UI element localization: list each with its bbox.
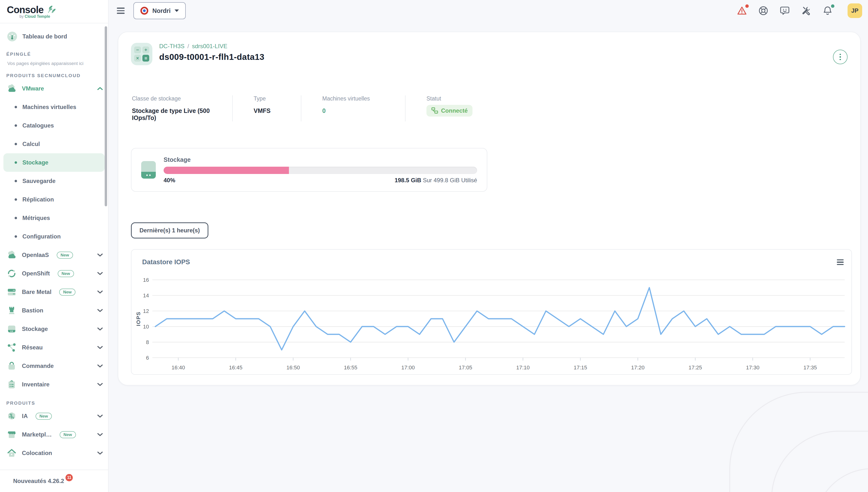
vm-count-label: Machines virtuelles xyxy=(322,95,393,102)
sidebar-item-inventaire[interactable]: Inventaire xyxy=(0,375,108,394)
sidebar-scrollbar[interactable] xyxy=(105,26,107,206)
storage-class-label: Classe de stockage xyxy=(132,95,220,102)
type-label: Type xyxy=(254,95,289,102)
storage-percent: 40% xyxy=(164,177,175,184)
sidebar-item-dashboard[interactable]: Tableau de bord xyxy=(4,28,104,45)
type-value: VMFS xyxy=(254,107,289,114)
svg-text:17:15: 17:15 xyxy=(574,365,587,371)
chevron-down-icon xyxy=(97,451,103,455)
section-header-produits: PRODUITS xyxy=(6,400,108,406)
sidebar-item-commande[interactable]: Commande xyxy=(0,357,108,375)
tenant-label: Nordri xyxy=(152,7,171,14)
chevron-down-icon xyxy=(97,327,103,331)
storage-progress-fill xyxy=(164,167,289,174)
chevron-down-icon xyxy=(97,290,103,294)
section-header-pinned: ÉPINGLÉ xyxy=(6,52,108,57)
breadcrumb-parent[interactable]: DC-TH3S xyxy=(159,43,185,50)
gauge-icon xyxy=(7,31,18,42)
sidebar-nav: Tableau de bord ÉPINGLÉ Vos pages épingl… xyxy=(0,23,108,470)
time-range-button[interactable]: Dernière(s) 1 heure(s) xyxy=(131,222,208,239)
whats-new-button[interactable]: Nouveautés 4.26.2 11 xyxy=(0,470,108,492)
avatar[interactable]: JP xyxy=(848,3,862,18)
sidebar-item-calcul[interactable]: Calcul xyxy=(3,135,105,153)
sidebar-item-label: Catalogues xyxy=(22,122,54,129)
status-badge: Connecté xyxy=(427,105,473,117)
iops-chart-card: Datastore IOPS 681012141616:4016:4516:50… xyxy=(131,249,852,375)
bullet-icon xyxy=(15,161,17,164)
sidebar-item-bastion[interactable]: Bastion xyxy=(0,301,108,320)
storage-used-text: 198.5 GiB Sur 499.8 GiB Utilisé xyxy=(394,177,477,184)
sidebar-item-label: Stockage xyxy=(22,325,48,333)
status-label: Statut xyxy=(427,95,473,102)
tools-icon[interactable] xyxy=(801,5,812,16)
shopping-bag-icon xyxy=(6,361,17,371)
bullet-icon xyxy=(15,143,17,145)
tenant-selector[interactable]: Nordri xyxy=(134,2,186,19)
sidebar-item-catalogues[interactable]: Catalogues xyxy=(3,116,105,135)
svg-text:6: 6 xyxy=(146,355,149,361)
chevron-down-icon xyxy=(97,433,103,436)
svg-text:10: 10 xyxy=(143,324,149,330)
svg-text:16:40: 16:40 xyxy=(172,365,185,371)
dragonfly-icon xyxy=(46,4,56,15)
breadcrumb: DC-TH3S / sdrs001-LIVE xyxy=(159,43,264,50)
bullet-icon xyxy=(15,124,17,127)
sync-arrows-icon xyxy=(6,268,17,279)
sidebar-item-label: OpenIaaS xyxy=(22,252,49,259)
chart-menu-icon[interactable] xyxy=(837,260,844,265)
sidebar-item-label: IA xyxy=(22,413,28,419)
sidebar-item-bare-metal[interactable]: Bare Metal New xyxy=(0,283,108,301)
cocarde-icon xyxy=(140,6,148,15)
sidebar-item-marketplace[interactable]: Marketpl… New xyxy=(0,425,108,444)
feedback-icon[interactable] xyxy=(779,5,790,16)
new-badge: New xyxy=(59,289,75,296)
sidebar-item-sauvegarde[interactable]: Sauvegarde xyxy=(3,172,105,190)
sidebar-item-label: Marketpl… xyxy=(22,431,52,438)
sidebar-item-reseau[interactable]: Réseau xyxy=(0,338,108,357)
sidebar-item-colocation[interactable]: Colocation xyxy=(0,444,108,462)
sidebar-item-label: Réseau xyxy=(22,344,43,351)
sidebar-item-label: Métriques xyxy=(22,215,50,221)
svg-text:17:00: 17:00 xyxy=(402,365,415,371)
vm-count-value: 0 xyxy=(322,107,393,114)
sidebar-item-ia[interactable]: IA New xyxy=(0,407,108,425)
support-icon[interactable] xyxy=(758,5,769,16)
sidebar-item-stockage-produit[interactable]: Stockage xyxy=(0,320,108,338)
sidebar-item-openiaas[interactable]: OpenIaaS New xyxy=(0,246,108,264)
page-title: ds009-t0001-r-flh1-data13 xyxy=(159,52,264,62)
sidebar-item-metriques[interactable]: Métriques xyxy=(3,209,105,227)
svg-text:17:30: 17:30 xyxy=(746,365,760,371)
menu-icon[interactable] xyxy=(117,7,125,14)
alert-dot-badge xyxy=(745,4,749,8)
sidebar-item-machines-virtuelles[interactable]: Machines virtuelles xyxy=(3,98,105,116)
rook-icon xyxy=(6,305,17,316)
datastore-detail-card: − + × ≡ DC-TH3S / sdrs001-LIVE ds009-t00… xyxy=(118,32,861,386)
chart-title: Datastore IOPS xyxy=(142,259,190,266)
sidebar-item-replication[interactable]: Réplication xyxy=(3,190,105,209)
sidebar-item-openshift[interactable]: OpenShift New xyxy=(0,264,108,283)
bullet-icon xyxy=(15,180,17,182)
more-actions-button[interactable] xyxy=(833,50,848,64)
svg-text:8: 8 xyxy=(146,339,149,345)
svg-text:16:45: 16:45 xyxy=(229,365,242,371)
sidebar-item-configuration[interactable]: Configuration xyxy=(3,227,105,246)
breadcrumb-current[interactable]: sdrs001-LIVE xyxy=(192,43,227,50)
chevron-down-icon xyxy=(97,346,103,349)
sidebar-item-label: VMware xyxy=(22,85,44,92)
storage-class-value: Stockage de type Live (500 IOps/To) xyxy=(132,107,220,121)
storage-box-icon xyxy=(6,324,17,334)
house-icon xyxy=(6,448,17,459)
sidebar-item-vmware[interactable]: VMware xyxy=(0,79,108,98)
iops-chart: 681012141616:4016:4516:5016:5517:0017:05… xyxy=(135,272,848,372)
svg-text:17:25: 17:25 xyxy=(689,365,702,371)
new-badge: New xyxy=(59,431,76,438)
alerts-icon[interactable] xyxy=(737,5,747,16)
svg-text:12: 12 xyxy=(143,308,149,314)
notifications-icon[interactable] xyxy=(822,5,833,16)
svg-text:IOPS: IOPS xyxy=(135,312,141,326)
brand-logo[interactable]: Console by Cloud Temple xyxy=(0,0,108,23)
servers-icon xyxy=(6,287,17,297)
chevron-up-icon xyxy=(97,87,103,90)
sidebar-item-stockage[interactable]: Stockage xyxy=(3,153,105,172)
storage-usage-title: Stockage xyxy=(164,156,477,163)
